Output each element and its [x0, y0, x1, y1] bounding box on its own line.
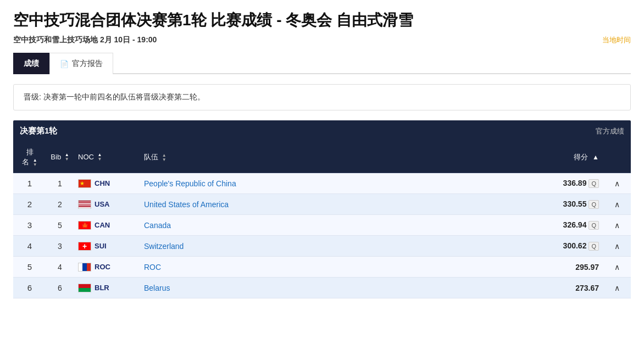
tab-official-report[interactable]: 📄 官方报告: [49, 53, 113, 74]
flag-blr: [78, 284, 91, 292]
expand-button[interactable]: ∧: [603, 215, 631, 236]
col-bib: Bib ▲ ▼: [46, 142, 74, 173]
event-subtitle: 空中技巧和雪上技巧场地 2月 10日 - 19:00: [13, 35, 157, 45]
cell-team[interactable]: Switzerland: [140, 236, 537, 257]
expand-button[interactable]: ∧: [603, 278, 631, 298]
cell-rank: 1: [13, 173, 46, 194]
document-icon: 📄: [60, 60, 69, 68]
noc-code: SUI: [95, 242, 107, 250]
cell-rank: 2: [13, 194, 46, 215]
col-team: 队伍 ▲ ▼: [140, 142, 537, 173]
cell-noc: USA: [74, 194, 140, 215]
cell-team[interactable]: People's Republic of China: [140, 173, 537, 194]
qualification-info: 晋级: 决赛第一轮中前四名的队伍将晋级决赛第二轮。: [13, 84, 631, 110]
cell-score: 330.55Q: [537, 194, 603, 215]
cell-noc: ROC: [74, 257, 140, 278]
cell-score: 300.62Q: [537, 236, 603, 257]
qualified-badge: Q: [589, 242, 599, 251]
column-headers: 排名 ▲ ▼ Bib ▲ ▼ NOC: [13, 142, 631, 173]
results-table: 排名 ▲ ▼ Bib ▲ ▼ NOC: [13, 142, 631, 298]
noc-sort-icon[interactable]: ▲ ▼: [98, 153, 102, 162]
cell-score: 273.67: [537, 278, 603, 298]
noc-code: ROC: [95, 263, 110, 271]
col-expand: [603, 142, 631, 173]
qualified-badge: Q: [589, 200, 599, 209]
cell-bib: 5: [46, 215, 74, 236]
cell-noc: BLR: [74, 278, 140, 298]
rank-sort-icon[interactable]: ▲ ▼: [33, 158, 37, 167]
noc-code: CHN: [95, 179, 110, 187]
table-row: 22USAUnited States of America330.55Q∧: [13, 194, 631, 215]
cell-rank: 3: [13, 215, 46, 236]
col-rank: 排名 ▲ ▼: [13, 142, 46, 173]
score-sort-icon[interactable]: ▲: [592, 153, 599, 161]
cell-score: 336.89Q: [537, 173, 603, 194]
tabs-row: 成绩 📄 官方报告: [13, 53, 631, 74]
flag-roc: [78, 263, 91, 272]
qualified-badge: Q: [589, 179, 599, 188]
cell-rank: 5: [13, 257, 46, 278]
cell-bib: 2: [46, 194, 74, 215]
tab-results[interactable]: 成绩: [13, 53, 49, 74]
table-row: 66BLRBelarus273.67∧: [13, 278, 631, 298]
results-tbody: 11CHNPeople's Republic of China336.89Q∧2…: [13, 173, 631, 298]
cell-noc: CAN: [74, 215, 140, 236]
expand-button[interactable]: ∧: [603, 194, 631, 215]
noc-code: CAN: [95, 221, 110, 229]
cell-bib: 4: [46, 257, 74, 278]
cell-rank: 6: [13, 278, 46, 298]
cell-rank: 4: [13, 236, 46, 257]
page-title: 空中技巧混合团体决赛第1轮 比赛成绩 - 冬奥会 自由式滑雪: [13, 10, 631, 31]
bib-sort-icon[interactable]: ▲ ▼: [65, 153, 69, 162]
cell-noc: SUI: [74, 236, 140, 257]
table-row: 43SUISwitzerland300.62Q∧: [13, 236, 631, 257]
expand-button[interactable]: ∧: [603, 173, 631, 194]
cell-bib: 3: [46, 236, 74, 257]
flag-can: [78, 221, 91, 230]
cell-bib: 1: [46, 173, 74, 194]
cell-team[interactable]: Belarus: [140, 278, 537, 298]
results-table-section: 决赛第1轮 官方成绩 排名 ▲ ▼ Bib ▲: [13, 120, 631, 298]
noc-code: USA: [95, 200, 109, 208]
cell-team[interactable]: United States of America: [140, 194, 537, 215]
table-row: 54ROCROC295.97∧: [13, 257, 631, 278]
round-label: 决赛第1轮: [20, 126, 57, 136]
team-sort-icon[interactable]: ▲ ▼: [162, 153, 166, 162]
flag-usa: [78, 200, 91, 209]
cell-bib: 6: [46, 278, 74, 298]
col-noc: NOC ▲ ▼: [74, 142, 140, 173]
expand-button[interactable]: ∧: [603, 236, 631, 257]
col-score: 得分 ▲: [537, 142, 603, 173]
table-row: 11CHNPeople's Republic of China336.89Q∧: [13, 173, 631, 194]
cell-noc: CHN: [74, 173, 140, 194]
expand-button[interactable]: ∧: [603, 257, 631, 278]
flag-chn: [78, 179, 91, 188]
cell-score: 295.97: [537, 257, 603, 278]
table-header: 决赛第1轮 官方成绩: [13, 120, 631, 142]
flag-sui: [78, 242, 91, 251]
table-row: 35CANCanada326.94Q∧: [13, 215, 631, 236]
noc-code: BLR: [95, 284, 109, 292]
cell-team[interactable]: ROC: [140, 257, 537, 278]
cell-score: 326.94Q: [537, 215, 603, 236]
qualified-badge: Q: [589, 221, 599, 230]
cell-team[interactable]: Canada: [140, 215, 537, 236]
official-label: 官方成绩: [596, 126, 624, 136]
local-time-link[interactable]: 当地时间: [602, 35, 631, 45]
